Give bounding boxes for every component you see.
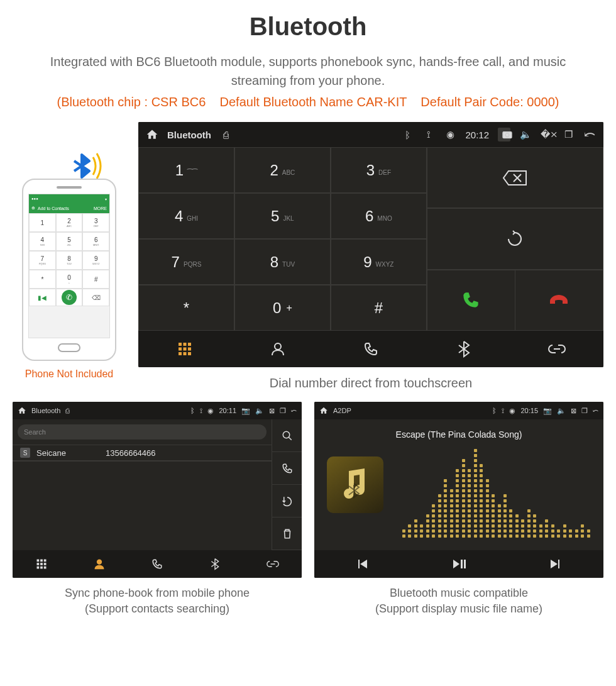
call-button[interactable] [427, 270, 515, 330]
phone-key-*: * [29, 270, 56, 289]
delete-icon[interactable] [272, 517, 302, 550]
svg-rect-21 [44, 567, 47, 569]
redial-button[interactable] [427, 209, 603, 268]
phonebook-title: Bluetooth [31, 407, 60, 414]
search-placeholder: Search [24, 428, 46, 436]
prev-track-button[interactable] [314, 550, 410, 578]
svg-rect-13 [37, 560, 40, 562]
phone-key-7: 7PQRS [29, 251, 56, 270]
nav-pair-icon[interactable] [244, 550, 302, 578]
location-icon: ⟟ [502, 407, 504, 415]
phone-key-3: 3DEF [82, 213, 109, 232]
search-input[interactable]: Search [18, 424, 267, 440]
sync-down-icon[interactable] [272, 485, 302, 517]
bluetooth-status-icon: ᛒ [190, 407, 195, 414]
dialer-key-#[interactable]: # [331, 285, 427, 331]
recent-apps-icon[interactable]: ❐ [280, 407, 286, 415]
dialer-key-7[interactable]: 7PQRS [138, 239, 234, 285]
dialer-caption: Dial number direct from touchscreen [270, 376, 472, 390]
bluetooth-specs: (Bluetooth chip : CSR BC6 Default Blueto… [13, 95, 603, 109]
phone-call-button: ✆ [56, 289, 83, 306]
contact-name: Seicane [36, 448, 99, 458]
svg-rect-20 [40, 567, 43, 569]
home-icon[interactable] [146, 128, 158, 141]
recent-apps-icon[interactable]: ❐ [562, 129, 575, 140]
svg-rect-14 [40, 560, 43, 562]
back-icon[interactable]: ⤺ [291, 407, 297, 415]
camera-icon[interactable]: 📷 [241, 407, 250, 415]
recent-apps-icon[interactable]: ❐ [581, 407, 588, 415]
usb-icon: ⎙ [220, 130, 233, 140]
bluetooth-status-icon: ᛒ [401, 130, 414, 140]
location-icon: ⟟ [422, 129, 435, 140]
svg-rect-8 [179, 352, 182, 355]
dialer-key-5[interactable]: 5JKL [234, 193, 331, 239]
next-track-button[interactable] [507, 550, 603, 578]
nav-keypad-icon[interactable] [13, 550, 70, 578]
contact-row[interactable]: S Seicane 13566664466 [13, 445, 272, 461]
svg-rect-9 [184, 352, 187, 355]
svg-point-12 [283, 431, 290, 438]
svg-point-22 [97, 560, 102, 565]
dialer-key-1[interactable]: 1⁀⁀ [138, 147, 234, 193]
close-icon[interactable]: �⨯ [541, 129, 553, 140]
phone-key-2: 2ABC [56, 213, 83, 232]
page-title: Bluetooth [13, 13, 603, 41]
dialer-key-9[interactable]: 9WXYZ [331, 239, 427, 285]
equalizer-visual [402, 462, 591, 538]
search-icon[interactable] [272, 419, 302, 452]
phone-caption: Phone Not Included [25, 368, 114, 380]
music-statusbar: A2DP ᛒ ⟟ ◉ 20:15 📷 🔈 ⊠ ❐ ⤺ [314, 402, 603, 419]
back-icon[interactable]: ⤺ [583, 126, 596, 143]
dialer-key-*[interactable]: * [138, 285, 234, 331]
nav-pair-icon[interactable] [510, 331, 603, 367]
phonebook-panel: Bluetooth ⎙ ᛒ ⟟ ◉ 20:11 📷 🔈 ⊠ ❐ ⤺ [13, 402, 302, 578]
nav-keypad-icon[interactable] [138, 331, 231, 367]
dialer-key-6[interactable]: 6MNO [331, 193, 427, 239]
camera-icon[interactable]: 📷 [543, 407, 552, 415]
close-icon[interactable]: ⊠ [269, 407, 275, 415]
dialer-key-2[interactable]: 2ABC [234, 147, 331, 193]
svg-rect-10 [188, 352, 191, 355]
camera-icon[interactable] [498, 128, 510, 141]
nav-recent-calls-icon[interactable] [128, 550, 186, 578]
dialer-key-0[interactable]: 0+ [234, 285, 331, 331]
nav-bluetooth-icon[interactable] [417, 331, 510, 367]
call-icon[interactable] [272, 452, 302, 485]
phone-key-5: 5JKL [56, 232, 83, 251]
nav-contacts-icon[interactable] [70, 550, 128, 578]
svg-rect-19 [37, 567, 40, 569]
music-title: A2DP [333, 407, 351, 414]
dialer-key-4[interactable]: 4GHI [138, 193, 234, 239]
dialer-key-3[interactable]: 3DEF [331, 147, 427, 193]
close-icon[interactable]: ⊠ [571, 407, 576, 415]
nav-bluetooth-icon[interactable] [186, 550, 244, 578]
phone-key-#: # [82, 270, 109, 289]
usb-icon: ⎙ [65, 407, 70, 414]
nav-recent-calls-icon[interactable] [324, 331, 417, 367]
backspace-button[interactable] [427, 148, 603, 207]
volume-icon[interactable]: 🔈 [557, 407, 566, 415]
svg-rect-2 [179, 343, 182, 346]
svg-rect-3 [184, 343, 187, 346]
location-icon: ⟟ [200, 407, 202, 415]
wifi-icon: ◉ [444, 129, 456, 140]
home-icon[interactable] [18, 406, 26, 415]
home-icon[interactable] [319, 406, 328, 415]
dialer-key-8[interactable]: 8TUV [234, 239, 331, 285]
nav-contacts-icon[interactable] [231, 331, 324, 367]
dialer-title: Bluetooth [167, 130, 211, 140]
play-pause-button[interactable] [410, 550, 507, 578]
svg-rect-7 [188, 348, 191, 351]
volume-icon[interactable]: 🔈 [519, 129, 532, 140]
hangup-button[interactable] [515, 270, 603, 330]
plus-icon: ⊕ [31, 206, 35, 211]
back-icon[interactable]: ⤺ [593, 407, 598, 415]
svg-rect-15 [44, 560, 47, 562]
album-art-icon [327, 456, 383, 513]
volume-icon[interactable]: 🔈 [255, 407, 264, 415]
svg-rect-5 [179, 348, 182, 351]
svg-point-11 [275, 343, 281, 350]
svg-rect-4 [188, 343, 191, 346]
phone-video-icon: ▮◀ [29, 289, 56, 306]
